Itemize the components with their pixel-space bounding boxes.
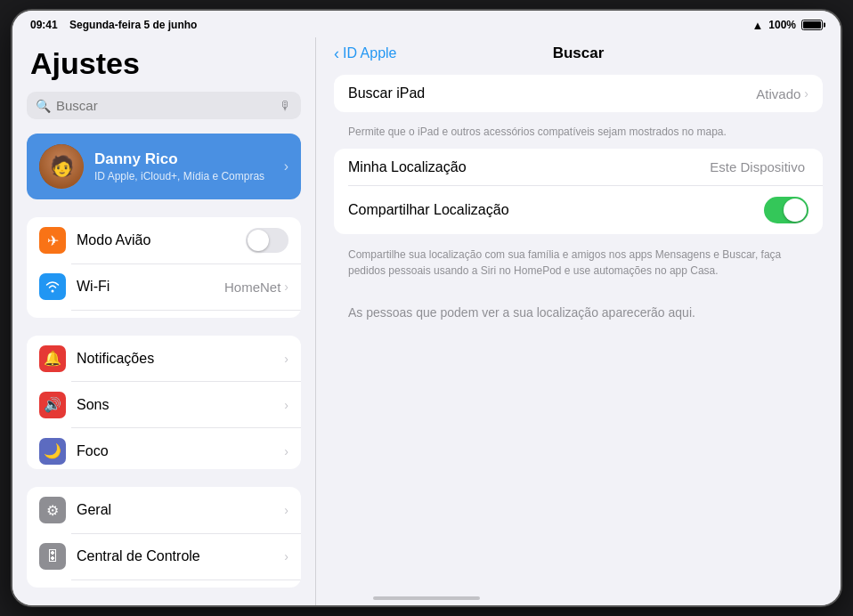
settings-group-system: ⚙ Geral › 🎛 Central de Controle › ☀ Tela… <box>27 487 301 588</box>
sidebar-item-notificacoes[interactable]: 🔔 Notificações › <box>27 336 301 382</box>
avatar-face: 🧑 <box>39 144 84 189</box>
central-controle-label: Central de Controle <box>77 548 284 564</box>
status-time: 09:41 Segunda-feira 5 de junho <box>30 19 197 31</box>
search-icon: 🔍 <box>36 99 51 113</box>
date-display: Segunda-feira 5 de junho <box>69 19 197 31</box>
my-location-item[interactable]: Minha Localização Este Dispositivo <box>334 149 823 186</box>
my-location-value: Este Dispositivo <box>710 159 805 174</box>
sidebar-item-modo-aviao[interactable]: ✈ Modo Avião <box>27 217 301 263</box>
sidebar-item-wifi[interactable]: Wi-Fi HomeNet › <box>27 263 301 310</box>
back-chevron-icon: ‹ <box>334 45 339 63</box>
status-bar: 09:41 Segunda-feira 5 de junho ▲ 100% <box>12 11 841 37</box>
foco-label: Foco <box>77 443 284 459</box>
wifi-chevron-icon: › <box>284 280 288 294</box>
wifi-label: Wi-Fi <box>77 279 224 295</box>
share-location-note: Compartilhe sua localização com sua famí… <box>334 241 823 288</box>
central-controle-icon: 🎛 <box>39 543 66 570</box>
modo-aviao-label: Modo Avião <box>77 232 246 248</box>
geral-label: Geral <box>77 502 284 518</box>
share-location-item[interactable]: Compartilhar Localização <box>334 186 823 234</box>
geral-chevron-icon: › <box>284 503 288 517</box>
profile-subtitle: ID Apple, iCloud+, Mídia e Compras <box>94 170 273 182</box>
sidebar-item-sons[interactable]: 🔊 Sons › <box>27 382 301 428</box>
wifi-value: HomeNet <box>224 280 280 295</box>
time-display: 09:41 <box>30 19 58 31</box>
central-controle-chevron-icon: › <box>284 549 288 563</box>
find-ipad-item[interactable]: Buscar iPad Ativado › <box>334 75 823 112</box>
find-ipad-note: Permite que o iPad e outros acessórios c… <box>334 119 823 149</box>
notificacoes-chevron-icon: › <box>284 352 288 366</box>
find-ipad-label: Buscar iPad <box>348 85 756 101</box>
foco-chevron-icon: › <box>284 444 288 458</box>
sidebar-item-bluetooth[interactable]: Bluetooth Ativado › <box>27 310 301 318</box>
settings-group-alerts: 🔔 Notificações › 🔊 Sons › 🌙 Foco › ⏱ Tem… <box>27 336 301 469</box>
sidebar-item-central-controle[interactable]: 🎛 Central de Controle › <box>27 533 301 580</box>
right-header: ‹ ID Apple Buscar <box>316 37 841 71</box>
notificacoes-label: Notificações <box>77 351 284 367</box>
people-note: As pessoas que podem ver a sua localizaç… <box>334 288 823 337</box>
share-location-label: Compartilhar Localização <box>348 202 764 218</box>
find-ipad-group: Buscar iPad Ativado › <box>334 75 823 112</box>
modo-aviao-toggle[interactable] <box>246 228 288 253</box>
modo-aviao-icon: ✈ <box>39 227 66 254</box>
battery-percent: 100% <box>768 19 796 31</box>
battery-icon <box>801 20 823 30</box>
sidebar-title: Ajustes <box>30 46 301 81</box>
geral-icon: ⚙ <box>39 497 66 523</box>
wifi-settings-icon <box>39 273 66 300</box>
sons-label: Sons <box>77 397 284 413</box>
settings-group-connectivity: ✈ Modo Avião Wi-Fi <box>27 217 301 318</box>
profile-card[interactable]: 🧑 Danny Rico ID Apple, iCloud+, Mídia e … <box>27 134 301 199</box>
sidebar-item-tela-brilho[interactable]: ☀ Tela e Brilho › <box>27 580 301 588</box>
back-label: ID Apple <box>343 45 396 61</box>
find-ipad-value: Ativado <box>756 86 800 101</box>
status-indicators: ▲ 100% <box>751 19 823 32</box>
back-button[interactable]: ‹ ID Apple <box>334 45 396 63</box>
share-location-toggle[interactable] <box>764 197 808 223</box>
right-content: Buscar iPad Ativado › Permite que o iPad… <box>316 71 841 605</box>
right-panel-title: Buscar <box>553 45 605 62</box>
sons-icon: 🔊 <box>39 392 66 418</box>
notificacoes-icon: 🔔 <box>39 345 66 372</box>
sidebar: Ajustes 🔍 🎙 🧑 Danny Rico ID Apple, iClou… <box>12 37 315 605</box>
sons-chevron-icon: › <box>284 398 288 412</box>
my-location-label: Minha Localização <box>348 159 710 175</box>
foco-icon: 🌙 <box>39 438 66 465</box>
microphone-icon[interactable]: 🎙 <box>280 99 292 113</box>
home-indicator <box>373 596 480 600</box>
search-input[interactable] <box>56 98 274 113</box>
search-bar[interactable]: 🔍 🎙 <box>27 92 301 119</box>
find-ipad-chevron-icon: › <box>804 86 808 101</box>
location-group: Minha Localização Este Dispositivo Compa… <box>334 149 823 234</box>
profile-info: Danny Rico ID Apple, iCloud+, Mídia e Co… <box>94 150 273 182</box>
sidebar-item-geral[interactable]: ⚙ Geral › <box>27 487 301 533</box>
sidebar-item-foco[interactable]: 🌙 Foco › <box>27 428 301 469</box>
avatar: 🧑 <box>39 144 84 189</box>
right-panel: ‹ ID Apple Buscar Buscar iPad Ativado › … <box>316 37 841 605</box>
profile-name: Danny Rico <box>94 150 273 168</box>
profile-chevron-icon: › <box>284 158 288 174</box>
main-content: Ajustes 🔍 🎙 🧑 Danny Rico ID Apple, iClou… <box>12 37 841 605</box>
wifi-icon: ▲ <box>751 19 763 32</box>
